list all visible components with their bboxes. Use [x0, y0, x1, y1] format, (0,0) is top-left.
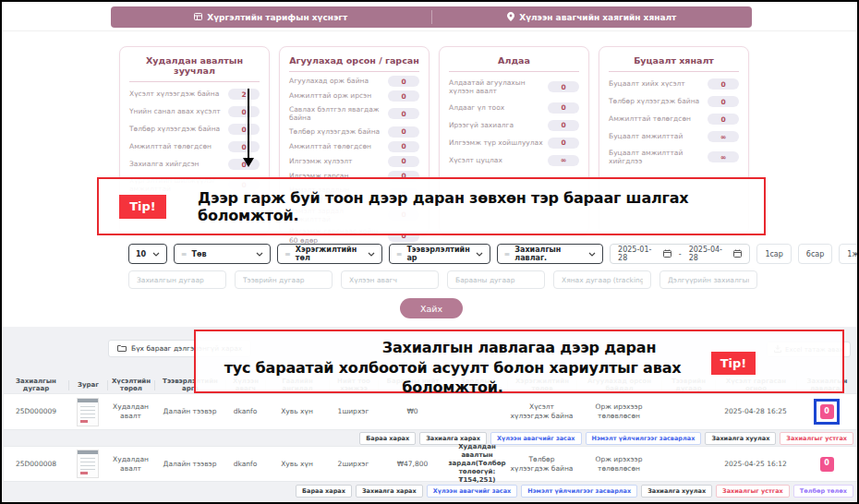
view-product-button[interactable]: Бараа харах — [359, 432, 416, 445]
status-count-pill[interactable]: 0 — [388, 90, 419, 102]
folder-icon — [117, 344, 127, 354]
status-count-pill[interactable]: 0 — [548, 81, 579, 92]
center-select-value: Төв — [191, 250, 251, 258]
bars-icon: ≡ — [396, 250, 403, 258]
card-title: Худалдан авалтын зуучлал — [129, 55, 260, 82]
fulfillment-status-select[interactable]: ≡ Хэрэгжилтийн төл — [277, 244, 382, 264]
arrow-annotation — [248, 89, 249, 159]
cell-shipping-method: Далайн тээвэр — [154, 460, 225, 469]
range-1month-button[interactable]: 1сар — [756, 244, 791, 264]
arrow-annotation-head — [243, 158, 254, 167]
status-row: Алдаатай агуулахын хүлээн авалт 0 — [449, 78, 579, 96]
status-count-pill[interactable]: 0 — [388, 126, 419, 138]
cell-total-amount: ₩47,800 — [378, 460, 447, 469]
delete-order-button[interactable]: Захиалгыг устгах — [716, 485, 790, 498]
order-reference-badge[interactable]: 0 — [820, 457, 834, 472]
status-count-pill[interactable]: 0 — [388, 76, 419, 87]
col-request-type: Хүсэлтийн төрөл — [107, 380, 154, 390]
status-count-pill[interactable]: 0 — [548, 120, 579, 131]
status-row: Илгээмж түр хойшлуулах 0 — [449, 138, 579, 149]
page-size-select[interactable]: 10 — [128, 244, 167, 264]
status-count-pill[interactable]: ∞ — [708, 131, 739, 142]
edit-extra-service-button[interactable]: Нэмэлт үйлчилгээг засварлах — [521, 485, 637, 498]
product-number-input[interactable] — [447, 270, 545, 289]
status-row: Төлбөр хүлээгдэж байна 0 — [289, 126, 419, 138]
tip-box-order-reference: Захиалгын лавлагаа дээр даран тус бараат… — [194, 330, 844, 393]
search-button[interactable]: Хайх — [400, 298, 463, 318]
status-row: Амжилттай төлөгдсөн 0 — [289, 141, 419, 152]
table-row[interactable]: 25D000009 Худалдан авалт Далайн тээвэр d… — [4, 393, 857, 430]
status-row: Хүсэлт хүлээгдэж байна 2 — [129, 89, 260, 100]
status-count-pill[interactable]: 0 — [548, 102, 579, 114]
status-label: Амжилттай орж ирсэн — [289, 91, 371, 100]
cell-customs-class: Хувь хүн — [265, 407, 329, 416]
status-label: Буцаалт амжилттай — [609, 132, 683, 140]
tip-badge: Tip! — [711, 352, 756, 375]
cell-receiver: dkanfo — [225, 407, 265, 416]
date-range-separator: - — [679, 250, 682, 258]
table-icon — [194, 12, 202, 22]
fulfillment-status-value: Хэрэгжилтийн төл — [296, 246, 363, 262]
status-label: Амжилттай төлөгдсөн — [609, 114, 691, 123]
status-count-pill[interactable]: 0 — [708, 96, 739, 107]
table-row[interactable]: 25D000008 Худалдан авалт Далайн тээвэр d… — [4, 446, 857, 482]
status-count-pill[interactable]: 0 — [228, 106, 260, 117]
transport-number-input[interactable] — [235, 270, 333, 289]
order-number-input[interactable] — [128, 270, 226, 289]
copy-order-button[interactable]: Захиалга хуулах — [705, 432, 776, 445]
status-label: Агуулахад орж байна — [289, 77, 369, 85]
filter-row: 10 ≡ Төв ≡ Хэрэгжилтийн төл ≡ Тээвэрлэлт… — [128, 244, 859, 264]
product-thumbnail[interactable] — [77, 398, 99, 426]
annotation-highlight-box: 0 — [814, 399, 840, 425]
view-order-button[interactable]: Захиалга харах — [356, 485, 423, 498]
product-thumbnail[interactable] — [77, 450, 99, 478]
order-reference-badge[interactable]: 0 — [820, 404, 834, 419]
status-row: Амжилттай төлөгдсөн 0 — [129, 141, 260, 152]
col-image: Зураг — [68, 380, 107, 390]
status-label: Амжилттай төлөгдсөн — [289, 142, 371, 150]
edit-receiver-button[interactable]: Хүлээн авагчийг засах — [427, 485, 518, 498]
status-row: Амжилттай орж ирсэн 0 — [289, 90, 419, 102]
range-6month-button[interactable]: 6сар — [798, 244, 832, 264]
status-count-pill[interactable]: 0 — [388, 108, 419, 119]
copy-order-button[interactable]: Захиалга хуулах — [641, 485, 712, 498]
receiver-input[interactable] — [341, 270, 439, 289]
bars-icon: ≡ — [181, 250, 188, 258]
delete-order-button[interactable]: Захиалгыг устгах — [780, 432, 853, 445]
status-row: Амжилттай төлөгдсөн 0 — [609, 114, 739, 125]
chevron-down-icon — [588, 250, 596, 258]
status-row: Захиалга хийгдсэн 0 — [129, 159, 260, 170]
cell-quantity: 1ширхэг — [329, 407, 378, 416]
edit-extra-service-button[interactable]: Нэмэлт үйлчилгээг засварлах — [586, 432, 702, 445]
receiver-address-button[interactable]: Хүлээн авагчийн хаягийн хяналт — [432, 6, 753, 28]
status-count-pill[interactable]: 0 — [388, 156, 419, 167]
status-label: Буцаалт амжилттай хийгдлээ — [609, 149, 705, 166]
status-count-pill[interactable]: ∞ — [548, 155, 579, 166]
store-order-number-input[interactable] — [659, 270, 757, 289]
bars-icon: ≡ — [504, 250, 511, 258]
status-count-pill[interactable]: 0 — [228, 141, 260, 152]
tracking-number-input[interactable] — [553, 270, 651, 289]
shipping-tariff-button[interactable]: Хүргэлтийн тарифын хүснэгт — [111, 6, 431, 28]
status-label: Төлбөр хүлээгдэж байна — [609, 97, 699, 105]
date-range-picker[interactable]: 2025-01-28 - 2025-04-28 — [610, 244, 750, 264]
status-count-pill[interactable]: 0 — [548, 138, 579, 149]
chevron-down-icon — [152, 250, 160, 258]
calendar-icon — [663, 249, 671, 259]
status-count-pill[interactable]: 0 — [708, 78, 739, 90]
view-product-button[interactable]: Бараа харах — [296, 485, 352, 498]
shipping-method-select[interactable]: ≡ Тээвэрлэлтийн ар — [389, 244, 490, 264]
order-reference-select[interactable]: ≡ Захиалгын лавлаг. — [497, 244, 603, 264]
status-count-pill[interactable]: 0 — [708, 114, 739, 125]
status-count-pill[interactable]: 2 — [228, 89, 260, 100]
cell-receiver: dkanfo — [225, 460, 265, 469]
cell-request-type: Худалдан авалт — [107, 455, 154, 474]
range-1year-button[interactable]: 1жил — [839, 244, 859, 264]
tip-text: Захиалгын лавлагаа дээр даран тус бараат… — [212, 338, 693, 398]
status-count-pill[interactable]: ∞ — [708, 151, 739, 162]
cell-customs-class: Хувь хүн — [265, 460, 329, 469]
status-count-pill[interactable]: 0 — [228, 124, 260, 135]
center-select[interactable]: ≡ Төв — [174, 244, 271, 264]
pay-button[interactable]: Төлбөр төлөх — [793, 485, 853, 498]
status-count-pill[interactable]: 0 — [388, 141, 419, 152]
